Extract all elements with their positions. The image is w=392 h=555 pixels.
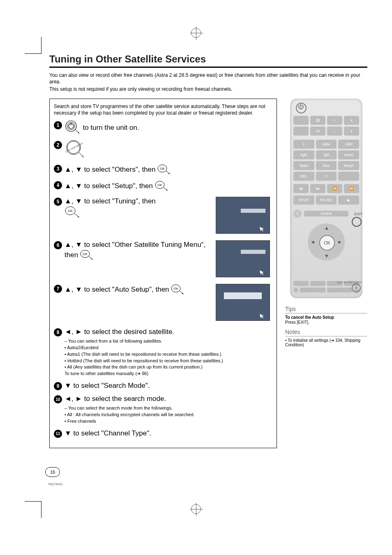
- page-title: Tuning in Other Satellite Services: [49, 53, 367, 65]
- svg-text:OK: OK: [174, 287, 179, 290]
- step-number-icon: 4: [54, 181, 62, 189]
- ok-button-icon: OK: [155, 180, 169, 193]
- step-10: 10 ◄, ► to select the search mode. – You…: [54, 394, 272, 425]
- remote-key-ffwd: ⏩: [344, 184, 359, 193]
- remote-key-3: 3def: [338, 140, 359, 149]
- intro-paragraph: This setup is not required if you are on…: [49, 86, 367, 92]
- remote-key-vol-down: –: [327, 127, 342, 136]
- step-number-icon: 11: [54, 430, 62, 438]
- registration-mark-bottom: [191, 504, 201, 514]
- ok-button-icon: OK: [157, 164, 171, 176]
- step-number-icon: 5: [54, 198, 62, 206]
- step-text: ▲, ▼ to select "Setup", then: [65, 182, 155, 190]
- steps-preamble: Search and store TV programmes of the ot…: [54, 103, 272, 116]
- remote-key-vol-up: +: [327, 116, 342, 125]
- title-rule: [49, 67, 367, 68]
- remote-key-6: 6mno: [338, 150, 359, 159]
- onscreen-preview: [216, 197, 270, 234]
- step-subtext: – You can select the search mode from th…: [65, 405, 272, 411]
- remote-key-play: ▶: [338, 196, 359, 205]
- color-key: [310, 281, 325, 286]
- ok-button-icon: OK: [171, 284, 185, 296]
- remote-key-ch-up: ∧: [344, 116, 359, 125]
- remote-key: [293, 127, 309, 136]
- exit-button-icon: [352, 217, 362, 227]
- step-bullet: • Astra1 (The dish will need to be repos…: [65, 351, 272, 357]
- tips-text: Press [EXIT].: [285, 320, 367, 325]
- arrow-left-icon: ◄: [310, 239, 315, 245]
- remote-illustration: ⏻ + ∧ AV – ∨ 1 2abc 3def 4ghi 5jkl 6mno: [290, 99, 362, 298]
- svg-text:OK: OK: [157, 183, 162, 187]
- remote-key-skip-back: ⏮: [293, 184, 309, 193]
- svg-text:OK: OK: [83, 252, 88, 256]
- step-number-icon: 9: [54, 382, 62, 390]
- step-subtext: To tune to other satellites manually (➔ …: [65, 371, 272, 377]
- step-text: ▼ to select "Channel Type".: [65, 429, 151, 437]
- dpad: ▲ ▼ ◄ ► OK: [308, 223, 345, 260]
- step-5: 5 ▲, ▼ to select "Tuning", then OK: [54, 197, 272, 236]
- remote-key-2: 2abc: [316, 140, 337, 149]
- step-subtext: – You can select from a list of followin…: [65, 338, 272, 344]
- step-bullet: • Hotbird (The dish will need to be repo…: [65, 358, 272, 364]
- remote-key: [327, 288, 353, 292]
- remote-key-1: 1: [293, 140, 314, 149]
- exit-label: EXIT: [354, 212, 362, 216]
- remote-key-ch-down: ∨: [344, 127, 359, 136]
- svg-text:OK: OK: [68, 209, 73, 213]
- step-bullet: • Free channels: [65, 418, 272, 424]
- intro-paragraph: You can also view or record other free c…: [49, 72, 367, 85]
- steps-panel: Search and store TV programmes of the ot…: [49, 99, 277, 448]
- step-text: ▼ to select "Search Mode".: [65, 382, 150, 389]
- crop-mark: [25, 37, 42, 54]
- remote-key-stop: STOP: [293, 196, 314, 205]
- step-text: ▲, ▼ to select "Others", then: [65, 166, 157, 173]
- remote-key-pause: PAUSE: [316, 196, 337, 205]
- step-text: to turn the unit on.: [83, 124, 139, 131]
- registration-mark-top: [191, 28, 201, 38]
- arrow-right-icon: ►: [337, 239, 342, 245]
- remote-key-blank: [338, 172, 359, 181]
- power-icon: [296, 103, 307, 113]
- side-column: ⏻ + ∧ AV – ∨ 1 2abc 3def 4ghi 5jkl 6mno: [285, 99, 367, 448]
- ok-button-icon: OK: [80, 249, 94, 262]
- function-menu-button-icon: FUNCTION MENU: [65, 140, 86, 160]
- step-7: 7 ▲, ▼ to select "Auto Setup", then OK: [54, 284, 272, 323]
- step-8: 8 ◄, ► to select the desired satellite. …: [54, 327, 272, 377]
- step-text: ▲, ▼ to select "Tuning", then: [65, 197, 156, 205]
- step-number-icon: 2: [54, 141, 62, 149]
- tips-heading: Tips: [285, 306, 367, 313]
- back-return-icon: ↶: [352, 283, 361, 292]
- remote-key-rew: ⏪: [327, 184, 342, 193]
- onscreen-preview: [216, 240, 270, 277]
- notes-heading: Notes: [285, 329, 367, 336]
- ok-button-icon: OK: [319, 235, 335, 251]
- step-11: 11 ▼ to select "Channel Type".: [54, 429, 272, 438]
- remote-key-8: 8tuv: [316, 161, 337, 170]
- page-number: 16: [45, 467, 60, 477]
- arrow-down-icon: ▼: [324, 253, 329, 259]
- remote-key-del: DEL: [293, 172, 314, 181]
- step-bullet: • All : All channels including encrypted…: [65, 412, 272, 418]
- step-4: 4 ▲, ▼ to select "Setup", then OK: [54, 180, 272, 193]
- remote-key-0: 0: [316, 172, 337, 181]
- remote-key-9: 9wxyz: [338, 161, 359, 170]
- step-number-icon: 3: [54, 165, 62, 173]
- remote-key-5: 5jkl: [316, 150, 337, 159]
- tips-subheading: To cancel the Auto Setup: [285, 315, 367, 320]
- document-id: RQT9431: [48, 482, 63, 486]
- onscreen-preview: [216, 284, 270, 321]
- remote-key-av: AV: [310, 127, 325, 136]
- step-text: ▲, ▼ to select "Auto Setup", then: [65, 286, 171, 293]
- ok-button-icon: OK: [65, 206, 81, 220]
- step-number-icon: 6: [54, 241, 62, 249]
- remote-key: [300, 288, 325, 292]
- color-key: [293, 281, 309, 286]
- remote-key-guide: GUIDE: [304, 211, 348, 216]
- step-3: 3 ▲, ▼ to select "Others", then OK: [54, 164, 272, 176]
- step-text: ◄, ► to select the desired satellite.: [65, 328, 174, 336]
- crop-mark: [25, 501, 42, 518]
- remote-key-4: 4ghi: [293, 150, 314, 159]
- step-text: ◄, ► to select the search mode.: [65, 395, 166, 403]
- record-key: [293, 288, 298, 292]
- step-number-icon: 8: [54, 328, 62, 336]
